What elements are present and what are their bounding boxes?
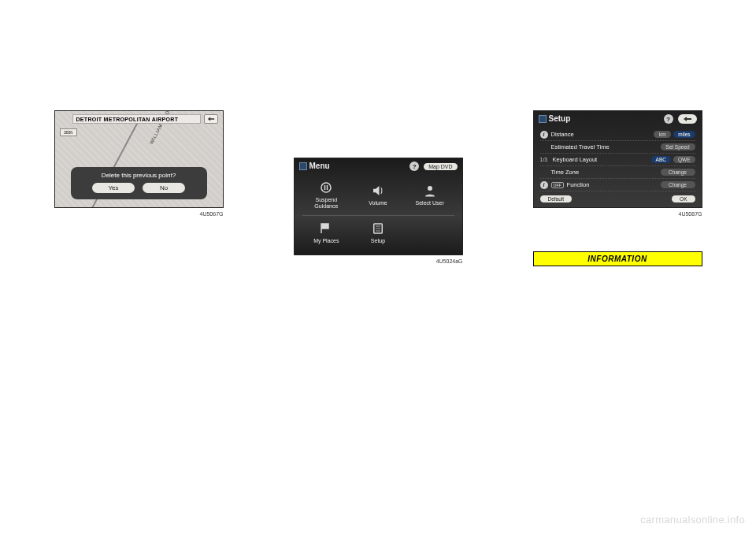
set-speed-button[interactable]: Set Speed [661,143,695,150]
menu-item-my-places[interactable]: My Places [302,215,351,250]
dialog-button-row: Yes No [77,183,201,193]
figure-code-1: 4U5067G [54,211,224,217]
row-label: Estimated Travel Time [551,143,661,150]
select-user-icon [420,183,440,199]
help-button[interactable]: ? [664,114,673,124]
row-label: Distance [551,131,654,138]
menu-header: Menu [299,162,330,170]
suspend-guidance-icon [316,180,336,195]
watermark: carmanualsonline.info [640,514,745,526]
delete-point-dialog: Delete this previous point? Yes No [71,167,207,199]
off-badge-icon: OFF [551,182,564,188]
help-button[interactable]: ? [410,162,419,171]
back-button[interactable] [678,114,697,124]
menu-item-setup[interactable]: Setup [354,215,402,250]
volume-icon [368,183,388,199]
nav-map-screenshot: WILLIAM C ROGELL DETROIT METROPOLITAN AI… [54,110,224,208]
column-3: Setup ? i Distance km miles i [507,110,728,270]
setup-logo-icon [539,115,547,123]
column-2: Menu ? Map DVD Suspend Guidance [268,110,488,270]
menu-item-suspend-guidance[interactable]: Suspend Guidance [302,177,351,212]
menu-title: Menu [309,162,330,170]
svg-rect-1 [324,185,326,190]
column-1: WILLIAM C ROGELL DETROIT METROPOLITAN AI… [28,110,249,270]
row-off-function: i OFF Function Change [540,179,695,191]
function-label: Function [567,181,590,188]
manual-page: WILLIAM C ROGELL DETROIT METROPOLITAN AI… [0,0,756,286]
menu-item-volume[interactable]: Volume [354,177,402,212]
figure-code-2: 4U5024aG [294,258,463,264]
yes-button[interactable]: Yes [92,183,135,193]
info-icon[interactable]: i [540,181,548,189]
page-indicator: 1/3 [540,157,551,162]
menu-grid: Suspend Guidance Volume Select User [302,177,454,250]
row-label: Time Zone [551,169,661,176]
change-button[interactable]: Change [661,169,695,176]
menu-item-empty [406,215,454,250]
setup-screenshot: Setup ? i Distance km miles i [533,110,702,208]
dialog-message: Delete this previous point? [77,172,201,179]
menu-screenshot: Menu ? Map DVD Suspend Guidance [294,158,463,255]
row-time-zone: i Time Zone Change [540,166,695,179]
ok-button[interactable]: OK [672,195,695,202]
my-places-icon [316,221,336,236]
qwe-button[interactable]: QWE [673,156,695,163]
svg-point-0 [321,183,331,192]
svg-point-3 [428,186,432,191]
map-dvd-button[interactable]: Map DVD [424,163,457,170]
setup-icon [368,221,388,236]
menu-item-select-user[interactable]: Select User [406,177,454,212]
setup-top-right: ? [664,114,697,124]
menu-logo-icon [299,162,307,170]
row-estimated-travel-time: i Estimated Travel Time Set Speed [540,141,695,154]
setup-title: Setup [549,114,571,123]
back-arrow-icon [683,116,692,122]
information-heading-bar: INFORMATION [533,251,702,266]
menu-label: Select User [416,200,444,206]
menu-label: Setup [371,238,385,244]
menu-label: Suspend Guidance [314,197,338,209]
row-label: OFF Function [551,181,661,188]
abc-button[interactable]: ABC [651,156,671,163]
back-button[interactable] [204,114,218,124]
no-button[interactable]: No [143,183,185,193]
figure-code-3: 4U5087G [533,211,702,217]
menu-label: My Places [313,238,339,244]
info-icon[interactable]: i [540,131,548,139]
miles-button[interactable]: miles [673,131,695,138]
menu-label: Volume [369,200,387,206]
change-button[interactable]: Change [661,181,695,188]
row-distance: i Distance km miles [540,128,695,141]
map-scale: 300ft [60,128,77,136]
default-button[interactable]: Default [540,195,573,202]
back-arrow-icon [207,116,215,122]
km-button[interactable]: km [654,131,671,138]
row-keyboard-layout: 1/3 Keyboard Layout ABC QWE [540,154,695,166]
menu-top-right: ? Map DVD [410,162,457,171]
row-label: Keyboard Layout [553,156,651,163]
setup-header: Setup [539,114,571,123]
location-title: DETROIT METROPOLITAN AIRPORT [72,114,201,124]
svg-rect-2 [327,185,328,190]
setup-bottom-row: Default OK [540,195,695,202]
setup-rows: i Distance km miles i Estimated Travel T… [540,128,695,191]
